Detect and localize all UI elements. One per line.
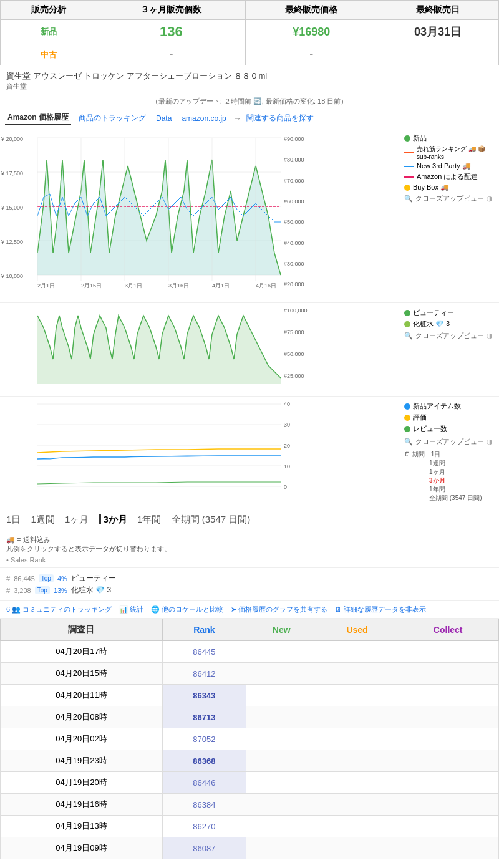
col-header-quantity: ３ヶ月販売個数	[97, 1, 246, 20]
svg-text:#70,000: #70,000	[284, 178, 304, 184]
cell-new	[246, 685, 317, 706]
cell-new	[246, 750, 317, 772]
rank-pct-cosmetics: 13%	[54, 587, 67, 594]
rank-pct-beauty: 4%	[57, 575, 67, 582]
table-row: 04月20日02時87052	[1, 728, 499, 750]
rank-chart-area: #100,000 #75,000 #50,000 #25,000	[0, 303, 399, 396]
closeup-btn-3[interactable]: 🔍 クローズアップビュー ◑	[404, 437, 494, 446]
period-1year[interactable]: 1年間	[137, 514, 161, 524]
search-icon-3: 🔍	[404, 438, 413, 446]
cell-new	[246, 728, 317, 750]
price-chart-area: ¥ 20,000 ¥ 17,500 ¥ 15,000 ¥ 12,500 ¥ 10…	[0, 128, 399, 302]
col-header-price: 最終販売価格	[246, 1, 377, 20]
search-icon: 🔍	[404, 195, 413, 203]
period-3month[interactable]: 3か月	[99, 514, 127, 524]
tab-related[interactable]: 関連する商品を探す	[246, 113, 314, 123]
legend-buybox[interactable]: Buy Box 🚚	[404, 183, 494, 191]
period-mini-label: 🗓 期間 1日 1週間 1ヶ月 3か月 1年間 全期間 (3547 日間)	[404, 450, 494, 503]
tab-price-history[interactable]: Amazon 価格履歴	[5, 111, 71, 125]
legend-new-items[interactable]: 新品アイテム数	[404, 402, 494, 411]
toggle-icon-1: ◑	[487, 195, 493, 203]
cell-date: 04月20日15時	[1, 663, 163, 685]
table-row: 04月20日17時86445	[1, 641, 499, 663]
compare-link[interactable]: 🌐 他のロケールと比較	[151, 605, 223, 614]
sales-analysis-table: 販売分析 ３ヶ月販売個数 最終販売価格 最終販売日 新品 136 ¥16980 …	[0, 0, 499, 65]
cell-used	[317, 685, 397, 706]
chart-section-price: ¥ 20,000 ¥ 17,500 ¥ 15,000 ¥ 12,500 ¥ 10…	[0, 128, 499, 303]
closeup-btn-1[interactable]: 🔍 クローズアップビュー ◑	[404, 194, 494, 203]
cell-collect	[397, 706, 499, 728]
cell-date: 04月20日17時	[1, 641, 163, 663]
cell-new	[246, 816, 317, 837]
rank-num-cosmetics: #	[6, 587, 10, 594]
product-title: 資生堂 アウスレーゼ トロッケン アフターシェーブローション ８８０ml	[6, 70, 493, 82]
svg-text:#20,000: #20,000	[284, 281, 304, 287]
legend-cosmetics[interactable]: 化粧水 💎 3	[404, 319, 494, 329]
share-graph-link[interactable]: ➤ 価格履歴のグラフを共有する	[231, 605, 327, 614]
update-info: （最新のアップデート: ２時間前 🔄, 最新価格の変化: 18 日前）	[0, 94, 499, 109]
period-1week[interactable]: 1週間	[31, 514, 55, 524]
svg-text:#60,000: #60,000	[284, 198, 304, 205]
svg-text:#75,000: #75,000	[284, 329, 304, 335]
row-label-used: 中古	[1, 44, 97, 65]
cell-new	[246, 706, 317, 728]
cell-collect	[397, 837, 499, 859]
rank-top-beauty: Top	[39, 574, 54, 582]
cell-rank: 86384	[162, 794, 246, 816]
row-label-new: 新品	[1, 20, 97, 44]
product-brand: 資生堂	[6, 82, 493, 91]
col-header-analysis: 販売分析	[1, 1, 97, 20]
cell-new	[246, 641, 317, 663]
cell-collect	[397, 794, 499, 816]
legend-beauty[interactable]: ビューティー	[404, 308, 494, 317]
rank-section: # 86,445 Top 4% ビューティー # 3,208 Top 13% 化…	[0, 568, 499, 600]
svg-text:2月1日: 2月1日	[37, 282, 55, 289]
rank-cat-beauty: ビューティー	[71, 573, 116, 584]
svg-text:10: 10	[284, 463, 290, 470]
stats-link[interactable]: 📊 統計	[119, 605, 143, 614]
cell-date: 04月20日11時	[1, 685, 163, 706]
toggle-icon-3: ◑	[487, 438, 493, 446]
legend-amazon[interactable]: Amazon による配達	[404, 172, 494, 181]
svg-text:4月16日: 4月16日	[256, 282, 276, 289]
community-tracking[interactable]: 6 👥 コミュニティのトラッキング	[6, 605, 112, 614]
new-date: 03月31日	[377, 20, 499, 44]
legend-rank[interactable]: 売れ筋ランキング 🚚 📦 sub-ranks	[404, 145, 494, 160]
chart-legend-3: 新品アイテム数 評価 レビュー数 🔍 クローズアップビュー ◑ 🗓 期間 1日 …	[399, 397, 499, 509]
legend-reviews[interactable]: レビュー数	[404, 424, 494, 433]
rank-row-beauty: # 86,445 Top 4% ビューティー	[6, 573, 493, 584]
cell-rank: 86087	[162, 837, 246, 859]
svg-text:¥ 12,500: ¥ 12,500	[1, 239, 23, 245]
period-all[interactable]: 全期間 (3547 日間)	[172, 514, 251, 524]
cell-used	[317, 750, 397, 772]
period-1day[interactable]: 1日	[6, 514, 21, 524]
svg-text:2月15日: 2月15日	[81, 282, 102, 289]
svg-text:#40,000: #40,000	[284, 240, 304, 246]
items-chart-area: 40 30 20 10 0	[0, 397, 399, 509]
chart-section-rank: #100,000 #75,000 #50,000 #25,000 ビューティー …	[0, 303, 499, 397]
hide-history-link[interactable]: 🗓 詳細な履歴データを非表示	[335, 605, 426, 614]
cell-date: 04月19日13時	[1, 816, 163, 837]
tab-tracking[interactable]: 商品のトラッキング	[76, 112, 148, 125]
tab-amazon[interactable]: amazon.co.jp	[179, 113, 228, 124]
rank-val-cosmetics: 3,208	[14, 587, 31, 594]
tab-data[interactable]: Data	[153, 113, 174, 124]
cell-rank: 87052	[162, 728, 246, 750]
cell-date: 04月19日16時	[1, 794, 163, 816]
closeup-btn-2[interactable]: 🔍 クローズアップビュー ◑	[404, 331, 494, 340]
cell-used	[317, 728, 397, 750]
svg-text:3月16日: 3月16日	[168, 282, 189, 289]
period-1month[interactable]: 1ヶ月	[65, 514, 89, 524]
rank-top-cosmetics: Top	[35, 586, 50, 594]
th-new: New	[246, 619, 317, 641]
legend-rating[interactable]: 評価	[404, 413, 494, 422]
svg-text:#90,000: #90,000	[284, 136, 304, 142]
table-row: 04月20日15時86412	[1, 663, 499, 685]
svg-text:¥ 17,500: ¥ 17,500	[1, 170, 23, 176]
table-row: 04月19日16時86384	[1, 794, 499, 816]
legend-new[interactable]: 新品	[404, 133, 494, 143]
col-header-date: 最終販売日	[377, 1, 499, 20]
used-price: -	[246, 44, 377, 65]
legend-3rdparty[interactable]: New 3rd Party 🚚	[404, 162, 494, 170]
svg-text:4月1日: 4月1日	[212, 282, 230, 289]
